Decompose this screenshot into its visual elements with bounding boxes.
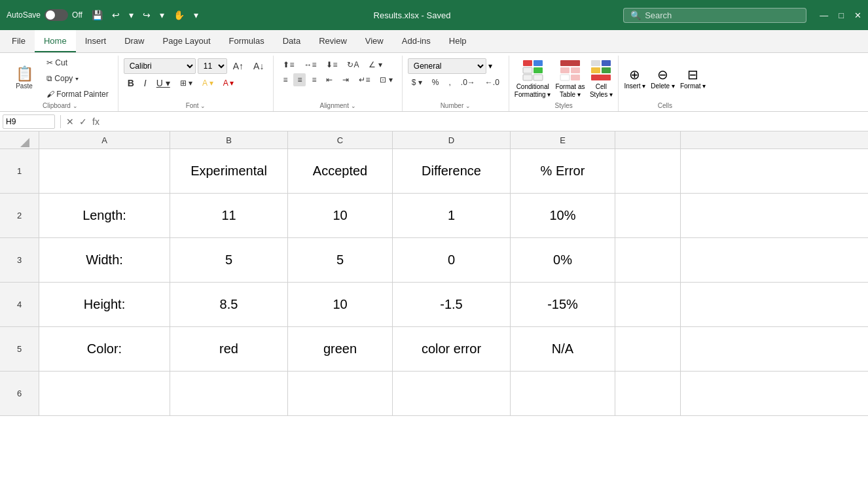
- cell-f5[interactable]: [615, 327, 681, 371]
- align-middle-button[interactable]: ↔≡: [300, 58, 320, 71]
- autosave-toggle[interactable]: [45, 9, 68, 21]
- cancel-formula-icon[interactable]: ✕: [66, 116, 74, 127]
- increase-indent-button[interactable]: ⇥: [338, 73, 353, 86]
- touch-mode-icon[interactable]: ✋: [171, 9, 187, 22]
- tab-formulas[interactable]: Formulas: [220, 30, 274, 52]
- cell-d4[interactable]: -1.5: [393, 283, 511, 326]
- fill-color-button[interactable]: A ▾: [198, 77, 217, 90]
- cell-b6[interactable]: [170, 372, 288, 415]
- cell-c4[interactable]: 10: [288, 283, 393, 326]
- col-header-c[interactable]: C: [288, 131, 393, 148]
- tab-addins[interactable]: Add-ins: [393, 30, 440, 52]
- row-header-3[interactable]: 3: [0, 238, 39, 282]
- close-icon[interactable]: ✕: [854, 10, 861, 20]
- tab-review[interactable]: Review: [310, 30, 356, 52]
- align-center-button[interactable]: ≡: [293, 73, 306, 86]
- cell-styles-button[interactable]: CellStyles ▾: [589, 58, 613, 99]
- save-icon[interactable]: 💾: [89, 9, 105, 22]
- tab-insert[interactable]: Insert: [76, 30, 116, 52]
- decrease-indent-button[interactable]: ⇤: [322, 73, 336, 86]
- cell-e5[interactable]: N/A: [511, 327, 615, 371]
- italic-button[interactable]: I: [140, 76, 151, 90]
- tab-data[interactable]: Data: [274, 30, 310, 52]
- cut-button[interactable]: ✂ Cut: [43, 56, 113, 69]
- align-top-button[interactable]: ⬆≡: [279, 58, 298, 71]
- align-left-button[interactable]: ≡: [279, 73, 291, 86]
- cell-b5[interactable]: red: [170, 327, 288, 371]
- cell-a3[interactable]: Width:: [39, 238, 170, 282]
- borders-button[interactable]: ⊞ ▾: [176, 77, 196, 90]
- conditional-formatting-button[interactable]: ConditionalFormatting ▾: [515, 58, 551, 99]
- increase-decimal-button[interactable]: .0→: [457, 76, 479, 89]
- clipboard-expand-icon[interactable]: ⌄: [73, 103, 78, 109]
- row-header-6[interactable]: 6: [0, 372, 39, 415]
- font-color-button[interactable]: A ▾: [219, 77, 238, 90]
- comma-button[interactable]: ,: [444, 76, 454, 89]
- customize-icon[interactable]: ▾: [191, 9, 201, 22]
- redo-icon[interactable]: ↪: [140, 9, 153, 22]
- cell-a2[interactable]: Length:: [39, 194, 170, 237]
- font-name-select[interactable]: Calibri: [124, 58, 196, 74]
- undo-icon[interactable]: ↩: [109, 9, 122, 22]
- col-header-f[interactable]: [615, 131, 681, 148]
- minimize-icon[interactable]: —: [820, 10, 828, 20]
- number-format-select[interactable]: General: [408, 58, 486, 74]
- undo-dropdown-icon[interactable]: ▾: [126, 9, 136, 22]
- cell-reference[interactable]: [3, 114, 55, 129]
- cell-b3[interactable]: 5: [170, 238, 288, 282]
- cell-a1[interactable]: [39, 149, 170, 193]
- tab-draw[interactable]: Draw: [115, 30, 153, 52]
- cell-f1[interactable]: [615, 149, 681, 193]
- row-header-1[interactable]: 1: [0, 149, 39, 193]
- num-format-expand-icon[interactable]: ▾: [488, 61, 492, 71]
- cell-f4[interactable]: [615, 283, 681, 326]
- cell-a5[interactable]: Color:: [39, 327, 170, 371]
- col-header-b[interactable]: B: [170, 131, 288, 148]
- formula-input[interactable]: [102, 116, 865, 126]
- col-header-d[interactable]: D: [393, 131, 511, 148]
- row-header-4[interactable]: 4: [0, 283, 39, 326]
- tab-home[interactable]: Home: [35, 30, 76, 52]
- cell-f3[interactable]: [615, 238, 681, 282]
- cell-c1[interactable]: Accepted: [288, 149, 393, 193]
- angle-button[interactable]: ∠ ▾: [365, 58, 386, 71]
- currency-button[interactable]: $ ▾: [408, 76, 426, 89]
- format-painter-button[interactable]: 🖌 Format Painter: [43, 88, 113, 101]
- row-header-5[interactable]: 5: [0, 327, 39, 371]
- font-expand-icon[interactable]: ⌄: [200, 103, 206, 109]
- cell-e2[interactable]: 10%: [511, 194, 615, 237]
- cell-e3[interactable]: 0%: [511, 238, 615, 282]
- search-box[interactable]: 🔍 Search: [623, 8, 806, 23]
- insert-button[interactable]: ⊕ Insert ▾: [624, 67, 645, 90]
- paste-button[interactable]: 📋 Paste: [8, 60, 41, 97]
- cell-c5[interactable]: green: [288, 327, 393, 371]
- decrease-decimal-button[interactable]: ←.0: [481, 76, 503, 89]
- tab-help[interactable]: Help: [440, 30, 476, 52]
- format-table-button[interactable]: Format asTable ▾: [555, 58, 585, 99]
- bold-button[interactable]: B: [124, 76, 138, 90]
- merge-button[interactable]: ⊡ ▾: [376, 73, 396, 86]
- confirm-formula-icon[interactable]: ✓: [79, 116, 87, 127]
- corner-cell[interactable]: [0, 131, 39, 148]
- restore-icon[interactable]: □: [839, 10, 844, 20]
- cell-d3[interactable]: 0: [393, 238, 511, 282]
- text-direction-button[interactable]: ↻A: [343, 58, 363, 71]
- tab-file[interactable]: File: [3, 30, 35, 52]
- cell-d1[interactable]: Difference: [393, 149, 511, 193]
- cell-a4[interactable]: Height:: [39, 283, 170, 326]
- cell-c2[interactable]: 10: [288, 194, 393, 237]
- percent-button[interactable]: %: [428, 76, 443, 89]
- cell-d2[interactable]: 1: [393, 194, 511, 237]
- cell-d5[interactable]: color error: [393, 327, 511, 371]
- font-shrink-button[interactable]: A↓: [249, 59, 268, 73]
- format-button[interactable]: ⊟ Format ▾: [680, 67, 706, 90]
- cell-f6[interactable]: [615, 372, 681, 415]
- number-expand-icon[interactable]: ⌄: [465, 103, 471, 109]
- cell-f2[interactable]: [615, 194, 681, 237]
- cell-c6[interactable]: [288, 372, 393, 415]
- font-grow-button[interactable]: A↑: [229, 59, 247, 73]
- font-size-select[interactable]: 11: [198, 58, 227, 74]
- copy-button[interactable]: ⧉ Copy ▾: [43, 72, 113, 85]
- cell-b1[interactable]: Experimental: [170, 149, 288, 193]
- tab-page-layout[interactable]: Page Layout: [154, 30, 220, 52]
